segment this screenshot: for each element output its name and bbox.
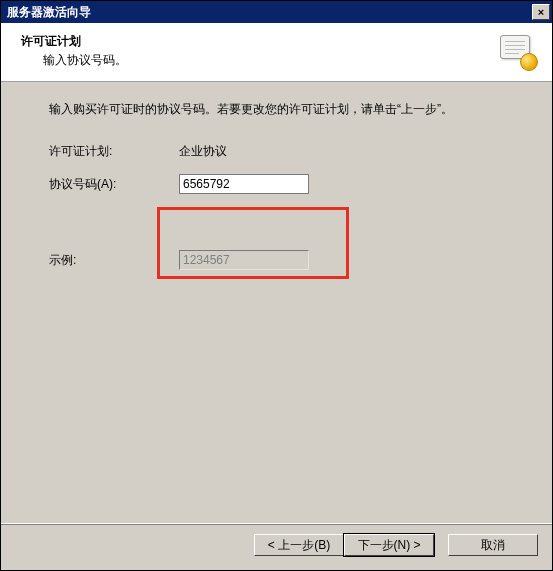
- header-title: 许可证计划: [21, 33, 127, 50]
- agreement-number-input[interactable]: [179, 174, 309, 194]
- close-button[interactable]: ×: [532, 4, 550, 20]
- back-button[interactable]: < 上一步(B): [254, 534, 344, 556]
- agreement-number-row: 协议号码(A):: [49, 174, 518, 194]
- wizard-content: 输入购买许可证时的协议号码。若要更改您的许可证计划，请单击“上一步”。 许可证计…: [1, 82, 552, 523]
- example-input: [179, 250, 309, 270]
- plan-row: 许可证计划: 企业协议: [49, 143, 518, 160]
- wizard-header: 许可证计划 输入协议号码。: [1, 23, 552, 82]
- plan-value: 企业协议: [179, 143, 359, 160]
- example-label: 示例:: [49, 252, 179, 269]
- instruction-text: 输入购买许可证时的协议号码。若要更改您的许可证计划，请单击“上一步”。: [49, 100, 518, 119]
- header-subtitle: 输入协议号码。: [43, 52, 127, 69]
- agreement-number-label: 协议号码(A):: [49, 176, 179, 193]
- titlebar: 服务器激活向导 ×: [1, 1, 552, 23]
- wizard-window: 服务器激活向导 × 许可证计划 输入协议号码。 输入购买许可证时的协议号码。若要…: [0, 0, 553, 571]
- nav-button-group: < 上一步(B) 下一步(N) >: [254, 534, 434, 556]
- example-row: 示例:: [49, 250, 518, 270]
- plan-label: 许可证计划:: [49, 143, 179, 160]
- window-title: 服务器激活向导: [7, 4, 91, 21]
- header-text-block: 许可证计划 输入协议号码。: [21, 31, 127, 69]
- next-button[interactable]: 下一步(N) >: [344, 534, 434, 556]
- cancel-button[interactable]: 取消: [448, 534, 538, 556]
- certificate-icon: [498, 33, 538, 71]
- wizard-footer: < 上一步(B) 下一步(N) > 取消: [1, 523, 552, 570]
- close-icon: ×: [538, 6, 544, 18]
